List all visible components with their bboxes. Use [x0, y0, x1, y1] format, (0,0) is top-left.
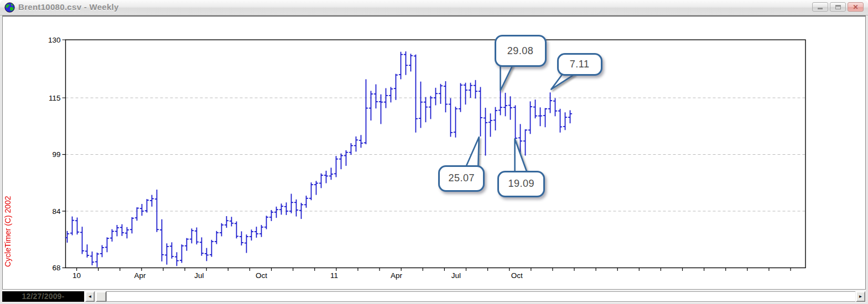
titlebar[interactable]: Brent10080.csv - Weekly ✕ — [0, 0, 868, 15]
callout-29.08[interactable]: 29.08 — [495, 35, 547, 67]
globe-icon — [4, 2, 15, 13]
maximize-icon — [835, 5, 841, 9]
minimize-icon — [818, 8, 823, 9]
app-window: Brent10080.csv - Weekly ✕ CycleTimer (C)… — [0, 0, 868, 304]
date-range-display: 12/27/2009-12/04/2011 — [2, 291, 84, 302]
close-icon: ✕ — [853, 4, 858, 11]
scroll-right-button[interactable]: ► — [856, 291, 865, 302]
statusbar: 12/27/2009-12/04/2011 ◄ ► — [2, 289, 866, 303]
scrollbar-thumb[interactable] — [96, 291, 106, 302]
callout-7.11[interactable]: 7.11 — [557, 53, 602, 76]
close-button[interactable]: ✕ — [848, 2, 864, 12]
minimize-button[interactable] — [812, 2, 828, 12]
right-arrow-icon: ► — [859, 294, 863, 299]
copyright-label: CycleTimer (C) 2002 — [3, 183, 12, 267]
left-arrow-icon: ◄ — [88, 294, 92, 299]
callout-19.09[interactable]: 19.09 — [497, 171, 545, 197]
maximize-button[interactable] — [830, 2, 846, 12]
window-title: Brent10080.csv - Weekly — [18, 2, 119, 12]
callout-25.07[interactable]: 25.07 — [438, 165, 485, 192]
scrollbar-track[interactable] — [106, 291, 855, 302]
chart-plot-area[interactable] — [65, 40, 805, 268]
scroll-left-button[interactable]: ◄ — [85, 291, 95, 302]
